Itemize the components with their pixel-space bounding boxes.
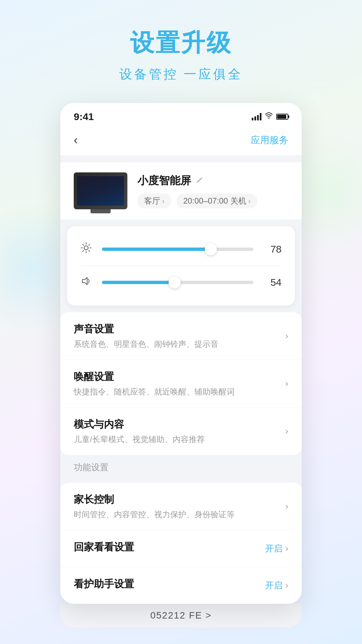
function-section-label: 功能设置 <box>60 455 302 476</box>
mode-settings-arrow: › <box>285 426 288 436</box>
schedule-tag[interactable]: 20:00–07:00 关机 › <box>177 194 257 208</box>
care-assistant-status: 开启 <box>265 580 283 591</box>
svg-line-8 <box>89 245 90 246</box>
brightness-slider[interactable] <box>102 248 253 251</box>
device-tv-image <box>74 172 127 209</box>
home-watch-right: 开启 › <box>265 543 288 554</box>
bottom-hint-bar: 052212 FE > <box>60 603 302 628</box>
sound-settings-desc: 系统音色、明星音色、闹钟铃声、提示音 <box>74 339 285 350</box>
mode-settings-item[interactable]: 模式与内容 儿童/长辈模式、视觉辅助、内容推荐 › <box>60 408 302 455</box>
parental-control-arrow: › <box>285 501 288 512</box>
volume-slider[interactable] <box>102 281 253 284</box>
home-watch-item[interactable]: 回家看看设置 开启 › <box>60 530 302 567</box>
care-assistant-item[interactable]: 看护助手设置 开启 › <box>60 567 302 604</box>
care-assistant-title: 看护助手设置 <box>74 577 265 591</box>
sliders-card: 78 54 <box>67 226 295 306</box>
hero-subtitle: 设备管控 一应俱全 <box>119 66 243 83</box>
sound-settings-item[interactable]: 声音设置 系统音色、明星音色、闹钟铃声、提示音 › <box>60 312 302 360</box>
edit-icon[interactable] <box>195 175 204 186</box>
status-time: 9:41 <box>74 111 94 122</box>
wake-settings-title: 唤醒设置 <box>74 370 285 384</box>
device-info: 小度智能屏 客厅 › 20:00–07:00 关机 <box>137 173 288 208</box>
battery-icon <box>276 114 288 120</box>
wake-settings-item[interactable]: 唤醒设置 快捷指令、随机应答、就近唤醒、辅助唤醒词 › <box>60 360 302 408</box>
app-service-button[interactable]: 应用服务 <box>251 134 288 147</box>
brightness-row: 78 <box>80 238 282 260</box>
volume-row: 54 <box>80 266 282 293</box>
status-icons <box>252 112 288 121</box>
mode-settings-title: 模式与内容 <box>74 418 285 431</box>
svg-point-0 <box>268 118 269 119</box>
svg-line-6 <box>83 245 84 246</box>
svg-line-9 <box>83 251 84 252</box>
sound-settings-arrow: › <box>285 331 288 341</box>
brightness-value: 78 <box>261 244 282 255</box>
signal-icon <box>252 113 261 120</box>
svg-line-7 <box>89 251 90 252</box>
function-settings-list: 家长控制 时间管控、内容管控、视力保护、身份验证等 › 回家看看设置 开启 › <box>60 483 302 604</box>
phone-mockup: 9:41 <box>60 103 302 604</box>
care-assistant-right: 开启 › <box>265 580 288 591</box>
location-tag[interactable]: 客厅 › <box>137 194 171 208</box>
wake-settings-arrow: › <box>285 378 288 389</box>
top-nav: ‹ 应用服务 <box>60 128 302 156</box>
settings-list: 声音设置 系统音色、明星音色、闹钟铃声、提示音 › 唤醒设置 快捷指令、随机应答… <box>60 312 302 455</box>
status-bar: 9:41 <box>60 103 302 128</box>
home-watch-status: 开启 <box>265 543 283 554</box>
svg-marker-10 <box>82 277 87 285</box>
wake-settings-desc: 快捷指令、随机应答、就近唤醒、辅助唤醒词 <box>74 386 285 397</box>
volume-icon <box>80 275 94 289</box>
wifi-icon <box>265 112 273 121</box>
volume-value: 54 <box>261 277 282 288</box>
parental-control-desc: 时间管控、内容管控、视力保护、身份验证等 <box>74 509 285 520</box>
device-card: 小度智能屏 客厅 › 20:00–07:00 关机 <box>60 162 302 219</box>
hero-title: 设置升级 <box>130 27 232 59</box>
svg-point-1 <box>84 246 88 250</box>
sound-settings-title: 声音设置 <box>74 322 285 336</box>
parental-control-item[interactable]: 家长控制 时间管控、内容管控、视力保护、身份验证等 › <box>60 483 302 530</box>
home-watch-title: 回家看看设置 <box>74 540 265 554</box>
device-name: 小度智能屏 <box>137 173 191 188</box>
mode-settings-desc: 儿童/长辈模式、视觉辅助、内容推荐 <box>74 434 285 445</box>
back-button[interactable]: ‹ <box>74 133 78 147</box>
parental-control-title: 家长控制 <box>74 493 285 506</box>
brightness-icon <box>80 242 94 256</box>
